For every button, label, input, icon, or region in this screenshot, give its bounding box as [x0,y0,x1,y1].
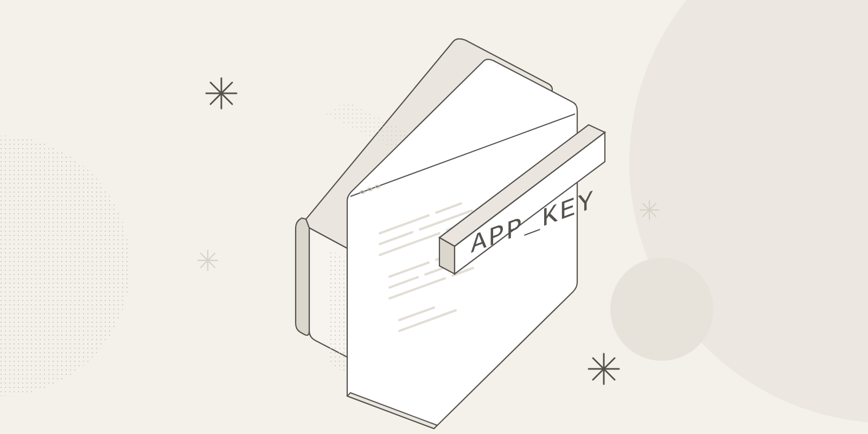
star-icon [589,354,619,384]
star-icon [206,78,237,108]
svg-point-4 [0,136,130,396]
svg-point-3 [610,258,713,361]
star-icon [198,251,218,270]
illustration-canvas: APP_KEY [0,0,868,434]
background-dot-circle [0,136,130,396]
background-circle-small [610,258,713,361]
star-icon [640,201,659,219]
